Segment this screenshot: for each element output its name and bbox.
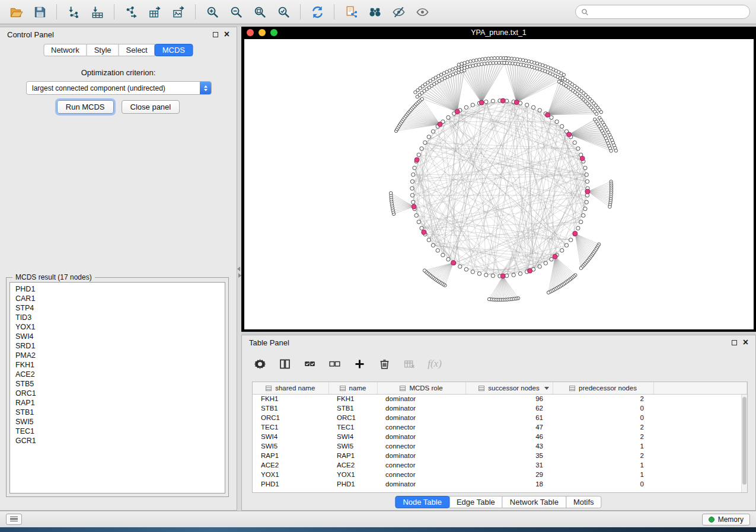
ring-node[interactable] <box>550 116 553 119</box>
table-row[interactable]: SWI5SWI5connector431 <box>253 441 747 451</box>
network-canvas[interactable] <box>244 39 754 329</box>
zoom-fit-icon[interactable] <box>250 2 270 21</box>
refresh-icon[interactable] <box>307 2 327 21</box>
table-row[interactable]: SWI4SWI4dominator462 <box>253 432 747 441</box>
mcds-result-item[interactable]: STP4 <box>15 303 225 313</box>
leaf-node[interactable] <box>478 58 481 61</box>
leaf-node[interactable] <box>490 57 493 60</box>
tab-network-table[interactable]: Network Table <box>502 496 566 508</box>
mcds-result-list[interactable]: PHD1CAR1STP4TID3YOX1SWI4SRD1PMA2FKH1ACE2… <box>9 282 225 493</box>
column-header-predecessor-nodes[interactable]: predecessor nodes <box>553 382 653 394</box>
tab-edge-table[interactable]: Edge Table <box>449 496 503 508</box>
zoom-out-icon[interactable] <box>226 2 246 21</box>
dominator-node[interactable] <box>438 122 442 127</box>
leaf-node[interactable] <box>475 59 478 62</box>
close-panel-icon[interactable]: × <box>224 30 229 39</box>
leaf-node[interactable] <box>614 149 617 152</box>
ring-node[interactable] <box>576 147 580 150</box>
ring-node[interactable] <box>413 166 416 169</box>
ring-node[interactable] <box>585 173 588 177</box>
open-file-icon[interactable] <box>6 2 26 21</box>
close-panel-button[interactable]: Close panel <box>122 100 180 114</box>
dominator-node[interactable] <box>500 98 505 103</box>
dominator-node[interactable] <box>546 113 550 117</box>
ring-node[interactable] <box>531 105 535 109</box>
dominator-node[interactable] <box>567 132 572 137</box>
ring-node[interactable] <box>427 135 430 139</box>
ring-node[interactable] <box>512 273 515 277</box>
leaf-node[interactable] <box>608 205 611 208</box>
mcds-result-item[interactable]: TID3 <box>15 313 225 322</box>
ring-node[interactable] <box>446 116 450 119</box>
leaf-node[interactable] <box>466 60 469 63</box>
mcds-result-item[interactable]: PHD1 <box>15 284 225 294</box>
dominator-node[interactable] <box>414 158 419 162</box>
ring-node[interactable] <box>538 265 541 268</box>
delete-column-icon[interactable] <box>401 355 417 372</box>
float-panel-icon[interactable] <box>213 32 218 37</box>
leaf-node[interactable] <box>469 60 472 63</box>
ring-node[interactable] <box>417 153 420 156</box>
table-row[interactable]: STB1STB1dominator620 <box>253 403 747 413</box>
ring-node[interactable] <box>544 261 547 265</box>
ring-node[interactable] <box>491 274 495 277</box>
mcds-result-item[interactable]: CAR1 <box>15 294 225 303</box>
table-scrollbar[interactable] <box>741 395 747 492</box>
leaf-node[interactable] <box>499 56 502 59</box>
tab-motifs[interactable]: Motifs <box>566 496 602 508</box>
ring-node[interactable] <box>464 105 468 109</box>
mcds-result-item[interactable]: SRD1 <box>15 341 225 351</box>
ring-node[interactable] <box>431 130 435 133</box>
ring-node[interactable] <box>525 103 529 107</box>
ring-node[interactable] <box>420 226 423 230</box>
ring-node[interactable] <box>484 273 488 277</box>
deselect-all-rows-icon[interactable] <box>326 355 343 372</box>
ring-node[interactable] <box>573 141 576 145</box>
ring-node[interactable] <box>583 166 587 169</box>
mcds-result-item[interactable]: FKH1 <box>15 360 225 370</box>
export-table-icon[interactable] <box>145 2 165 21</box>
ring-node[interactable] <box>420 147 423 150</box>
export-network-icon[interactable] <box>121 2 141 21</box>
ring-node[interactable] <box>471 270 474 274</box>
search-box[interactable] <box>575 5 750 19</box>
ring-node[interactable] <box>585 200 588 204</box>
ring-node[interactable] <box>564 243 568 247</box>
delete-icon[interactable] <box>376 355 393 372</box>
ring-node[interactable] <box>423 141 427 145</box>
dominator-node[interactable] <box>573 231 578 236</box>
close-panel-icon[interactable]: × <box>743 338 748 347</box>
tab-select[interactable]: Select <box>119 44 155 56</box>
ring-node[interactable] <box>412 173 415 177</box>
network-window-titlebar[interactable]: YPA_prune.txt_1 <box>241 27 756 39</box>
table-row[interactable]: PHD1PHD1dominator180 <box>253 479 747 489</box>
ring-node[interactable] <box>417 220 420 223</box>
dominator-node[interactable] <box>479 100 484 105</box>
dominator-node[interactable] <box>514 100 519 105</box>
ring-node[interactable] <box>436 249 439 252</box>
zoom-in-icon[interactable] <box>202 2 222 21</box>
ring-node[interactable] <box>560 249 564 252</box>
table-row[interactable]: TEC1TEC1connector472 <box>253 422 747 432</box>
leaf-node[interactable] <box>420 97 423 100</box>
ring-node[interactable] <box>484 100 488 104</box>
table-row[interactable]: ORC1ORC1dominator610 <box>253 413 747 422</box>
mcds-result-item[interactable]: SWI5 <box>15 417 225 427</box>
collapse-left-icon[interactable] <box>237 267 240 271</box>
column-header-name[interactable]: name <box>328 382 377 394</box>
add-column-icon[interactable] <box>351 355 368 372</box>
leaf-node[interactable] <box>484 57 487 60</box>
ring-node[interactable] <box>427 238 430 242</box>
ring-node[interactable] <box>582 214 585 217</box>
ring-node[interactable] <box>446 258 450 261</box>
hide-selected-icon[interactable] <box>388 2 409 21</box>
ring-node[interactable] <box>585 180 589 183</box>
mcds-result-item[interactable]: TEC1 <box>15 427 225 436</box>
tab-style[interactable]: Style <box>87 44 119 56</box>
ring-node[interactable] <box>441 253 445 257</box>
mcds-result-item[interactable]: RAP1 <box>15 398 225 408</box>
leaf-node[interactable] <box>423 269 426 272</box>
ring-node[interactable] <box>576 226 580 230</box>
ring-node[interactable] <box>550 258 553 261</box>
search-input[interactable] <box>592 8 744 16</box>
